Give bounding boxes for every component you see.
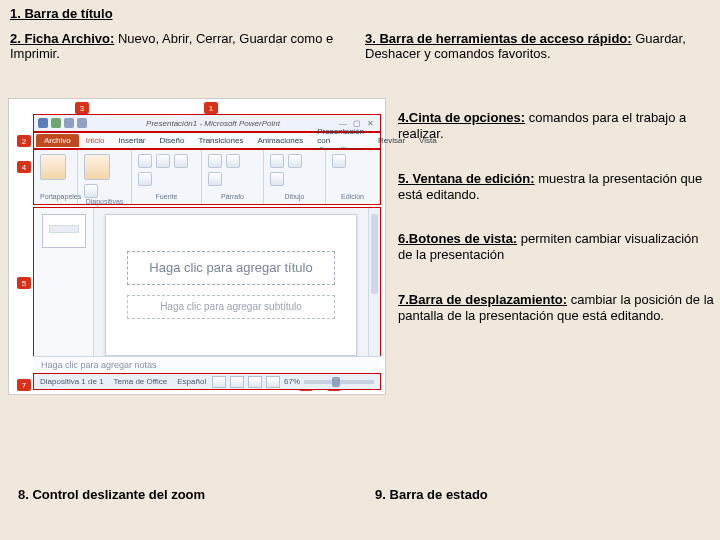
callout-5-badge: 5 [17, 277, 31, 289]
ribbon-group-clipboard-label: Portapapeles [40, 193, 71, 200]
bottom-annotations: 8. Control deslizante del zoom 9. Barra … [18, 487, 488, 502]
slide-canvas[interactable]: Haga clic para agregar título Haga clic … [105, 214, 357, 356]
window-title: Presentación1 - Microsoft PowerPoint [87, 119, 339, 128]
ribbon-group-clipboard: Portapapeles [34, 150, 78, 204]
ribbon-group-drawing-label: Dibujo [270, 193, 319, 200]
annotation-6: 6.Botones de vista: permiten cambiar vis… [398, 231, 714, 264]
thumbnail-pane[interactable] [34, 208, 94, 361]
right-annotations: 4.Cinta de opciones: comandos para el tr… [398, 110, 714, 324]
annotation-4: 4.Cinta de opciones: comandos para el tr… [398, 110, 714, 143]
view-reading-button[interactable] [248, 376, 262, 388]
slide-pane[interactable]: Haga clic para agregar título Haga clic … [94, 208, 368, 361]
ribbon-group-drawing: Dibujo [264, 150, 326, 204]
zoom-value: 67% [284, 377, 300, 386]
app-icon [38, 118, 48, 128]
tab-insert[interactable]: Insertar [111, 134, 152, 147]
ribbon-group-slides-label: Diapositivas [84, 198, 125, 205]
annotation-3: 3. Barra de herramientas de acceso rápid… [365, 31, 710, 61]
ribbon-group-paragraph: Párrafo [202, 150, 264, 204]
annotation-5: 5. Ventana de edición: muestra la presen… [398, 171, 714, 204]
annotation-2: 2. Ficha Archivo: Nuevo, Abrir, Cerrar, … [10, 31, 355, 61]
annotation-1-label: 1. Barra de título [10, 6, 113, 21]
view-slideshow-button[interactable] [266, 376, 280, 388]
ribbon-group-font-label: Fuente [138, 193, 195, 200]
annotation-7: 7.Barra de desplazamiento: cambiar la po… [398, 292, 714, 325]
tab-design[interactable]: Diseño [153, 134, 192, 147]
scrollbar-thumb[interactable] [371, 214, 378, 294]
annotation-6-bold: 6.Botones de vista: [398, 231, 517, 246]
status-slide-count: Diapositiva 1 de 1 [40, 377, 104, 386]
annotation-8-label: 8. Control deslizante del zoom [18, 487, 205, 502]
annotation-9-label: 9. Barra de estado [375, 487, 488, 502]
annotation-5-bold: 5. Ventana de edición: [398, 171, 535, 186]
title-placeholder[interactable]: Haga clic para agregar título [127, 251, 335, 285]
quick-access-toolbar[interactable] [34, 118, 87, 128]
arrange-icon[interactable] [288, 154, 302, 168]
tab-animations[interactable]: Animaciones [250, 134, 310, 147]
layout-icon[interactable] [84, 184, 98, 198]
annotation-7-bold: 7.Barra de desplazamiento: [398, 292, 567, 307]
tab-transitions[interactable]: Transiciones [191, 134, 250, 147]
view-normal-button[interactable] [212, 376, 226, 388]
notes-pane[interactable]: Haga clic para agregar notas [33, 356, 381, 374]
callout-7-badge: 7 [17, 379, 31, 391]
zoom-slider-thumb[interactable] [332, 377, 340, 387]
italic-icon[interactable] [174, 154, 188, 168]
status-theme: Tema de Office [114, 377, 168, 386]
ribbon-group-slides: Diapositivas [78, 150, 132, 204]
font-icon[interactable] [138, 154, 152, 168]
callout-1-badge: 1 [204, 102, 218, 114]
ribbon-group-editing: Edición [326, 150, 380, 204]
find-icon[interactable] [332, 154, 346, 168]
subtitle-placeholder[interactable]: Haga clic para agregar subtítulo [127, 295, 335, 319]
align-left-icon[interactable] [208, 154, 222, 168]
annotations-row-2-3: 2. Ficha Archivo: Nuevo, Abrir, Cerrar, … [0, 25, 720, 67]
tab-file[interactable]: Archivo [36, 134, 79, 147]
annotation-9: 9. Barra de estado [375, 487, 488, 502]
edit-window: Haga clic para agregar título Haga clic … [33, 207, 381, 362]
ribbon-group-font: Fuente [132, 150, 202, 204]
align-center-icon[interactable] [226, 154, 240, 168]
list-icon[interactable] [208, 172, 222, 186]
powerpoint-window-figure: 1 2 3 4 5 6 7 8 9 Presentación1 - Micros… [8, 98, 386, 395]
ribbon-group-paragraph-label: Párrafo [208, 193, 257, 200]
annotation-1: 1. Barra de título [0, 0, 720, 25]
view-sorter-button[interactable] [230, 376, 244, 388]
color-icon[interactable] [138, 172, 152, 186]
save-icon[interactable] [51, 118, 61, 128]
bold-icon[interactable] [156, 154, 170, 168]
ribbon-tabs: Archivo Inicio Insertar Diseño Transicio… [33, 132, 381, 149]
ribbon-group-editing-label: Edición [332, 193, 373, 200]
annotation-4-bold: 4.Cinta de opciones: [398, 110, 525, 125]
undo-icon[interactable] [64, 118, 74, 128]
tab-home[interactable]: Inicio [79, 134, 112, 147]
annotation-8: 8. Control deslizante del zoom [18, 487, 205, 502]
annotation-2-bold: 2. Ficha Archivo: [10, 31, 114, 46]
status-bar: Diapositiva 1 de 1 Tema de Office Españo… [33, 373, 381, 390]
callout-2-badge: 2 [17, 135, 31, 147]
callout-4-badge: 4 [17, 161, 31, 173]
shapes-icon[interactable] [270, 154, 284, 168]
slide-thumbnail-1[interactable] [42, 214, 86, 248]
ribbon-body: Portapapeles Diapositivas Fuente Párrafo… [33, 149, 381, 205]
callout-3-badge: 3 [75, 102, 89, 114]
status-language: Español [177, 377, 206, 386]
redo-icon[interactable] [77, 118, 87, 128]
vertical-scrollbar[interactable] [368, 208, 380, 361]
new-slide-icon[interactable] [84, 154, 110, 180]
paste-icon[interactable] [40, 154, 66, 180]
zoom-slider[interactable] [304, 380, 374, 384]
style-icon[interactable] [270, 172, 284, 186]
annotation-3-bold: 3. Barra de herramientas de acceso rápid… [365, 31, 632, 46]
